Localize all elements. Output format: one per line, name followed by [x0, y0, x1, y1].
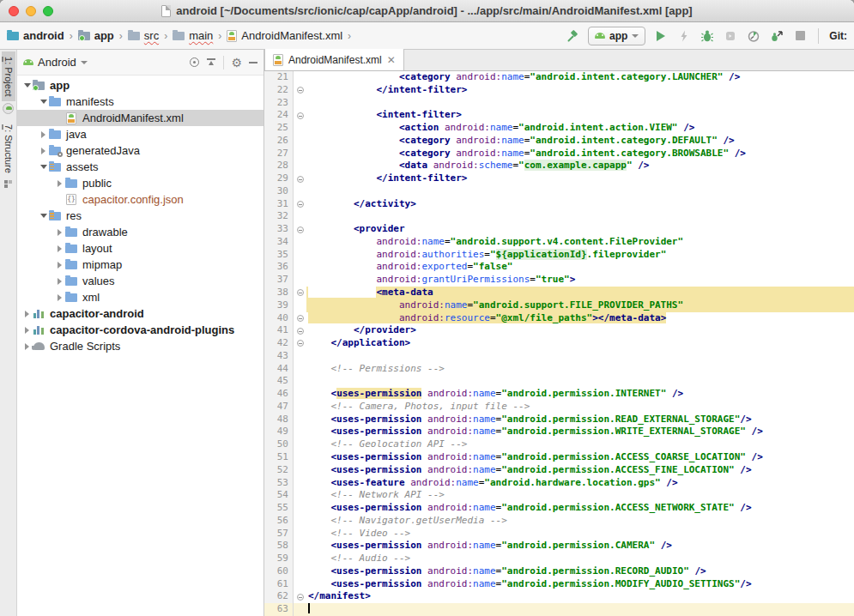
tree-closed-arrow-icon[interactable] [39, 131, 48, 138]
run-button[interactable] [653, 28, 669, 44]
code-line-63[interactable]: 63 [264, 603, 854, 616]
tree-item-manifests[interactable]: manifests [17, 94, 263, 110]
code-line-22[interactable]: 22 </intent-filter> [264, 84, 854, 97]
close-window-button[interactable] [9, 6, 19, 16]
breadcrumb-item-androidmanifest-xml[interactable]: AndroidManifest.xml [227, 29, 342, 42]
fold-region-icon[interactable] [297, 201, 304, 208]
fold-region-icon[interactable] [297, 289, 304, 296]
code-line-33[interactable]: 33 <provider [264, 223, 854, 236]
code-line-39[interactable]: 39 android:name="android.support.FILE_PR… [264, 299, 854, 312]
stop-icon[interactable] [792, 28, 808, 44]
collapse-all-icon[interactable] [206, 57, 216, 67]
fold-region-icon[interactable] [297, 176, 304, 183]
code-line-43[interactable]: 43 [264, 350, 854, 363]
code-line-55[interactable]: 55 <uses-permission android:name="androi… [264, 502, 854, 515]
tree-item-layout[interactable]: layout [17, 240, 263, 257]
run-configuration-dropdown[interactable]: app [588, 27, 645, 45]
code-line-44[interactable]: 44 <!-- Permissions --> [264, 363, 854, 376]
code-line-52[interactable]: 52 <uses-permission android:name="androi… [264, 464, 854, 477]
hide-panel-icon[interactable] [249, 62, 257, 63]
code-line-31[interactable]: 31 </activity> [264, 198, 854, 211]
tree-item-public[interactable]: public [17, 175, 263, 191]
fold-region-icon[interactable] [297, 594, 304, 601]
code-line-50[interactable]: 50 <!-- Geolocation API --> [264, 438, 854, 451]
code-line-51[interactable]: 51 <uses-permission android:name="androi… [264, 451, 854, 464]
tool-window-button-structure[interactable]: 7: Structure [2, 119, 15, 178]
tree-closed-arrow-icon[interactable] [55, 229, 64, 236]
tree-item-java[interactable]: java [17, 126, 263, 142]
code-line-47[interactable]: 47 <!-- Camera, Photos, input file --> [264, 401, 854, 414]
code-line-40[interactable]: 40 android:resource="@xml/file_paths"></… [264, 312, 854, 325]
code-line-23[interactable]: 23 [264, 97, 854, 110]
tree-closed-arrow-icon[interactable] [55, 278, 64, 285]
breadcrumb-item-android[interactable]: android [7, 29, 64, 42]
editor-tab-androidmanifest[interactable]: AndroidManifest.xml ✕ [264, 49, 404, 70]
code-editor[interactable]: 21 <category android:name="android.inten… [264, 71, 854, 616]
code-line-57[interactable]: 57 <!-- Video --> [264, 528, 854, 541]
project-view-selector[interactable]: Android [23, 56, 185, 69]
tree-closed-arrow-icon[interactable] [55, 294, 64, 301]
tree-closed-arrow-icon[interactable] [22, 327, 32, 334]
locate-target-icon[interactable] [190, 57, 199, 67]
tree-item-app[interactable]: app [17, 77, 263, 94]
profiler-icon[interactable] [746, 28, 761, 44]
code-line-59[interactable]: 59 <!-- Audio --> [264, 553, 854, 565]
tool-window-button-project[interactable]: 1: Project [2, 51, 15, 101]
tree-item-generatedjava[interactable]: generatedJava [17, 142, 263, 159]
tree-item-gradle-scripts[interactable]: Gradle Scripts [17, 338, 263, 354]
tree-open-arrow-icon[interactable] [39, 214, 48, 218]
tree-item-mipmap[interactable]: mipmap [17, 257, 263, 273]
code-line-37[interactable]: 37 android:grantUriPermissions="true"> [264, 274, 854, 287]
code-line-45[interactable]: 45 [264, 375, 854, 388]
tree-closed-arrow-icon[interactable] [55, 262, 64, 269]
breadcrumb-item-main[interactable]: main [173, 29, 213, 42]
code-line-35[interactable]: 35 android:authorities="${applicationId}… [264, 249, 854, 262]
fold-region-icon[interactable] [297, 315, 304, 322]
code-line-56[interactable]: 56 <!-- Navigator.getUserMedia --> [264, 515, 854, 528]
breadcrumb-item-src[interactable]: src [128, 29, 159, 42]
tree-item-values[interactable]: values [17, 273, 263, 289]
code-line-60[interactable]: 60 <uses-permission android:name="androi… [264, 565, 854, 578]
code-line-27[interactable]: 27 <category android:name="android.inten… [264, 148, 854, 160]
code-line-26[interactable]: 26 <category android:name="android.inten… [264, 135, 854, 148]
code-line-38[interactable]: 38 <meta-data [264, 287, 854, 299]
tree-item-xml[interactable]: xml [17, 289, 263, 305]
tree-item-capacitor-cordova-android-plugins[interactable]: capacitor-cordova-android-plugins [17, 322, 263, 338]
code-line-49[interactable]: 49 <uses-permission android:name="androi… [264, 426, 854, 438]
minimize-window-button[interactable] [26, 6, 36, 16]
settings-gear-icon[interactable]: ⚙ [231, 57, 242, 69]
apply-changes-icon[interactable] [676, 28, 692, 44]
tree-item-capacitor-config-json[interactable]: {}capacitor.config.json [17, 191, 263, 208]
breadcrumb-item-app[interactable]: app [78, 29, 114, 42]
zoom-window-button[interactable] [43, 6, 53, 16]
fold-region-icon[interactable] [297, 226, 304, 233]
code-line-28[interactable]: 28 <data android:scheme="com.example.cap… [264, 160, 854, 172]
tree-closed-arrow-icon[interactable] [55, 180, 64, 187]
code-line-53[interactable]: 53 <uses-feature android:name="android.h… [264, 477, 854, 490]
code-line-61[interactable]: 61 <uses-permission android:name="androi… [264, 578, 854, 591]
code-line-34[interactable]: 34 android:name="android.support.v4.cont… [264, 236, 854, 249]
tree-item-androidmanifest-xml[interactable]: AndroidManifest.xml [17, 110, 263, 126]
code-line-32[interactable]: 32 [264, 210, 854, 223]
fold-region-icon[interactable] [297, 328, 304, 335]
fold-region-icon[interactable] [297, 87, 304, 94]
apply-code-changes-icon[interactable] [723, 28, 738, 44]
tree-open-arrow-icon[interactable] [39, 100, 48, 104]
tree-item-drawable[interactable]: drawable [17, 224, 263, 240]
code-line-41[interactable]: 41 </provider> [264, 324, 854, 337]
tree-closed-arrow-icon[interactable] [55, 245, 64, 252]
tree-closed-arrow-icon[interactable] [39, 148, 48, 154]
fold-region-icon[interactable] [297, 112, 304, 119]
tree-open-arrow-icon[interactable] [22, 83, 32, 88]
tree-closed-arrow-icon[interactable] [22, 343, 32, 350]
code-line-58[interactable]: 58 <uses-permission android:name="androi… [264, 540, 854, 553]
code-line-62[interactable]: 62</manifest> [264, 590, 854, 603]
code-line-42[interactable]: 42 </application> [264, 337, 854, 350]
tree-item-assets[interactable]: assets [17, 159, 263, 175]
debug-button[interactable] [700, 28, 715, 44]
code-line-25[interactable]: 25 <action android:name="android.intent.… [264, 122, 854, 135]
code-line-30[interactable]: 30 [264, 185, 854, 198]
tree-open-arrow-icon[interactable] [39, 165, 48, 169]
code-line-46[interactable]: 46 <uses-permission android:name="androi… [264, 388, 854, 401]
code-line-29[interactable]: 29 </intent-filter> [264, 172, 854, 185]
